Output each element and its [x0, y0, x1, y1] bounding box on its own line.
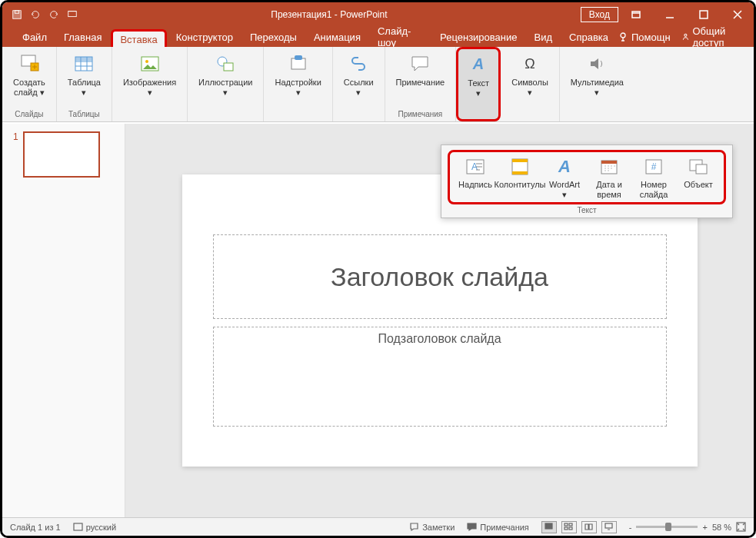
thumbnail-1[interactable]: 1 [13, 131, 114, 178]
ribbon-tabs: Файл Главная Вставка Конструктор Переход… [2, 27, 754, 47]
symbols-button[interactable]: ΩСимволы ▾ [507, 50, 553, 99]
wordart-button[interactable]: AWordArt ▾ [544, 155, 585, 199]
language-button[interactable]: русский [73, 522, 116, 532]
audio-icon [586, 53, 608, 75]
notes-icon [409, 522, 419, 532]
share-button[interactable]: Общий доступ [681, 25, 744, 48]
save-icon[interactable] [12, 9, 22, 20]
tab-view[interactable]: Вид [526, 28, 560, 46]
svg-rect-36 [569, 527, 572, 530]
title-placeholder[interactable]: Заголовок слайда [213, 234, 667, 319]
svg-point-6 [684, 34, 687, 36]
tab-animations[interactable]: Анимация [306, 28, 368, 46]
text-button[interactable]: AТекст ▾ [460, 51, 497, 100]
new-slide-button[interactable]: Создать слайд ▾ [8, 50, 50, 99]
group-tables: Таблица ▾ Таблицы [57, 47, 112, 121]
redo-icon[interactable] [48, 9, 59, 20]
slide-indicator[interactable]: Слайд 1 из 1 [10, 523, 61, 532]
addins-button[interactable]: Надстройки ▾ [270, 50, 325, 99]
shapes-icon [215, 53, 236, 75]
tellme-button[interactable]: Помощн [618, 32, 671, 43]
group-tables-label: Таблицы [68, 108, 100, 120]
undo-icon[interactable] [30, 9, 41, 20]
comment-button[interactable]: Примечание [391, 50, 450, 89]
subtitle-placeholder[interactable]: Подзаголовок слайда [213, 327, 667, 427]
reading-view-button[interactable] [581, 521, 597, 533]
start-slideshow-icon[interactable] [67, 9, 78, 20]
svg-rect-16 [295, 55, 302, 60]
svg-rect-34 [569, 523, 572, 526]
thumbnail-preview[interactable] [23, 131, 100, 178]
zoom-out-button[interactable]: - [629, 523, 632, 532]
comments-icon [467, 522, 477, 532]
tab-transitions[interactable]: Переходы [242, 28, 305, 46]
textbox-icon: A [465, 157, 486, 177]
group-images: Изображения ▾ [112, 47, 188, 121]
table-button[interactable]: Таблица ▾ [63, 50, 105, 99]
zoom-level[interactable]: 58 % [712, 523, 731, 532]
notes-button[interactable]: Заметки [409, 522, 455, 532]
images-button[interactable]: Изображения ▾ [118, 50, 181, 99]
ribbon-display-icon[interactable] [624, 5, 648, 24]
table-label: Таблица ▾ [68, 78, 101, 98]
object-button[interactable]: Объект [678, 155, 719, 199]
slideshow-view-button[interactable] [601, 521, 617, 533]
wordart-icon: A [554, 157, 575, 177]
textbox-button[interactable]: AНадпись [455, 155, 496, 199]
group-comments-label: Примечания [398, 108, 443, 120]
view-buttons [541, 521, 617, 533]
text-gallery-popup: AНадпись Колонтитулы AWordArt ▾ Дата и в… [441, 144, 733, 218]
illustrations-button[interactable]: Иллюстрации ▾ [194, 50, 257, 99]
images-icon [139, 53, 161, 75]
svg-rect-4 [700, 11, 708, 18]
svg-rect-15 [291, 58, 305, 69]
wordart-label: WordArt ▾ [549, 180, 580, 199]
tab-help[interactable]: Справка [561, 28, 616, 46]
popup-group-label: Текст [448, 204, 726, 216]
close-button[interactable] [726, 5, 749, 24]
zoom-slider[interactable] [636, 526, 698, 528]
status-bar: Слайд 1 из 1 русский Заметки Примечания … [2, 517, 754, 536]
group-illustrations: Иллюстрации ▾ [188, 47, 264, 121]
tab-file[interactable]: Файл [15, 28, 55, 46]
group-slides: Создать слайд ▾ Слайды [2, 47, 57, 121]
comment-label: Примечание [396, 78, 445, 88]
datetime-label: Дата и время [596, 180, 622, 199]
addins-icon [288, 53, 309, 75]
media-button[interactable]: Мультимедиа ▾ [566, 50, 628, 99]
comments-label: Примечания [480, 523, 529, 532]
svg-text:A: A [558, 157, 571, 176]
window-controls [624, 5, 749, 24]
svg-rect-35 [565, 527, 568, 530]
comments-button[interactable]: Примечания [467, 522, 529, 532]
symbols-label: Символы ▾ [511, 78, 548, 98]
table-icon [73, 53, 95, 75]
svg-text:A: A [472, 55, 484, 72]
slidenumber-button[interactable]: #Номер слайда [633, 155, 674, 199]
fit-window-icon[interactable] [736, 522, 746, 532]
svg-rect-14 [224, 63, 233, 71]
zoom-in-button[interactable]: + [702, 523, 707, 532]
tab-design[interactable]: Конструктор [168, 28, 241, 46]
svg-rect-10 [75, 57, 92, 61]
svg-rect-30 [696, 164, 707, 174]
signin-button[interactable]: Вход [581, 7, 618, 22]
slide-thumbnails[interactable]: 1 [2, 124, 125, 517]
links-button[interactable]: Ссылки ▾ [339, 50, 378, 99]
links-label: Ссылки ▾ [344, 78, 374, 98]
sorter-view-button[interactable] [561, 521, 577, 533]
datetime-button[interactable]: Дата и время [588, 155, 630, 199]
maximize-button[interactable] [692, 5, 715, 24]
svg-point-5 [621, 33, 625, 38]
headerfooter-button[interactable]: Колонтитулы [499, 155, 541, 199]
minimize-button[interactable] [658, 5, 681, 24]
group-symbols: ΩСимволы ▾ [501, 47, 560, 121]
svg-rect-23 [512, 171, 528, 174]
normal-view-button[interactable] [541, 521, 557, 533]
notes-label: Заметки [422, 523, 455, 532]
tab-review[interactable]: Рецензирование [432, 28, 525, 46]
images-label: Изображения ▾ [123, 78, 176, 98]
tab-insert[interactable]: Вставка [111, 29, 166, 48]
tab-home[interactable]: Главная [56, 28, 109, 46]
svg-point-12 [145, 60, 148, 63]
